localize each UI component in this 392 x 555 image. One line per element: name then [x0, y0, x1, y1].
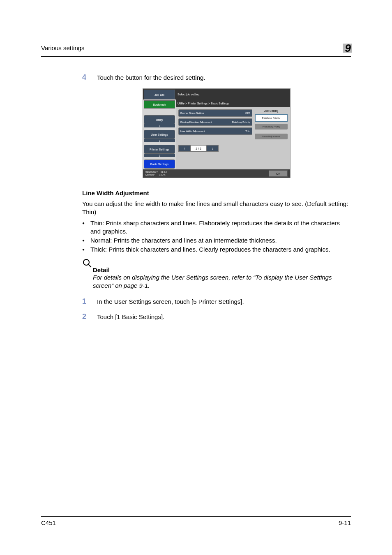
svg-line-1 — [88, 264, 91, 267]
pager: ↑ 2 / 2 ↓ — [176, 143, 290, 154]
sidebar-user-settings[interactable]: User Settings — [144, 130, 175, 139]
step-2-number: 2 — [82, 312, 97, 321]
arrow-down-icon: ↓ — [144, 139, 175, 142]
step-4-number: 4 — [82, 73, 97, 82]
section-heading: Line Width Adjustment — [82, 190, 351, 197]
page-footer: C451 9-11 — [41, 516, 351, 526]
binding-value: Finishing Priority — [232, 121, 250, 123]
line-width-option[interactable]: Line Width Adjustment Thin — [178, 127, 252, 135]
step-2-text: Touch [1 Basic Settings]. — [97, 312, 164, 320]
chapter-number: 9 — [345, 42, 351, 55]
banner-label: Banner Sheet Setting — [180, 112, 204, 114]
breadcrumb: Utility > Printer Settings > Basic Setti… — [176, 99, 290, 107]
footer-model: C451 — [41, 519, 56, 526]
binding-label: Binding Direction Adjustment — [180, 121, 212, 123]
footer-time: 01:52 — [161, 171, 167, 173]
arrow-down-icon: ↓ — [144, 124, 175, 127]
sidebar-basic-settings[interactable]: Basic Settings — [144, 160, 175, 169]
running-header: Various settings 9 — [41, 41, 351, 55]
page: Various settings 9 4 Touch the button fo… — [0, 0, 392, 555]
binding-direction-option[interactable]: Binding Direction Adjustment Finishing P… — [178, 118, 252, 126]
content-area: 4 Touch the button for the desired setti… — [82, 73, 351, 321]
section-intro: You can adjust the line width to make fi… — [82, 200, 351, 217]
finishing-priority-button[interactable]: Finishing Priority — [255, 114, 288, 122]
step-4-row: 4 Touch the button for the desired setti… — [82, 73, 351, 82]
footer-info: 06/20/2007 01:52 Memory 100% — [145, 171, 167, 176]
header-title: Various settings — [41, 44, 85, 51]
sidebar-utility[interactable]: Utility — [144, 115, 175, 124]
bullet-list: Thin: Prints sharp characters and lines.… — [82, 219, 351, 254]
detail-block: Detail For details on displaying the Use… — [82, 258, 351, 290]
line-value: Thin — [245, 130, 250, 132]
productivity-priority-button[interactable]: Productivity Priority — [255, 124, 288, 130]
right-column: Job Setting Finishing Priority Productiv… — [255, 109, 288, 141]
step-1-row: 1 In the User Settings screen, touch [5 … — [82, 297, 351, 306]
footer-date: 06/20/2007 — [145, 171, 158, 173]
step-1-text: In the User Settings screen, touch [5 Pr… — [97, 297, 244, 305]
svg-point-0 — [83, 259, 89, 265]
options-column: Banner Sheet Setting OFF Binding Directi… — [178, 109, 252, 141]
ss-footer: 06/20/2007 01:52 Memory 100% OK — [143, 169, 290, 178]
footer-page-number: 9-11 — [339, 519, 351, 526]
bullet-normal: Normal: Prints the characters and lines … — [82, 236, 351, 245]
ss-body: Bookmark Utility ↓ User Settings ↓ Print… — [143, 99, 290, 169]
page-down-button[interactable]: ↓ — [206, 145, 219, 152]
footer-mem-value: 100% — [159, 173, 165, 176]
control-adjustments-button[interactable]: Control Adjustments — [255, 134, 288, 139]
chapter-box: 9 — [343, 41, 351, 55]
footer-rule — [41, 516, 351, 517]
ss-topbar: Job List Select job setting. — [143, 89, 290, 99]
page-indicator: 2 / 2 — [191, 145, 206, 152]
sidebar-printer-settings[interactable]: Printer Settings — [144, 145, 175, 154]
ss-content-row: Banner Sheet Setting OFF Binding Directi… — [176, 107, 290, 143]
bullet-thin: Thin: Prints sharp characters and lines.… — [82, 219, 351, 236]
footer-row: C451 9-11 — [41, 519, 351, 526]
magnifier-icon — [82, 258, 92, 268]
line-label: Line Width Adjustment — [180, 130, 205, 132]
footer-mem-label: Memory — [145, 173, 154, 176]
job-setting-label: Job Setting — [255, 109, 288, 112]
device-screenshot: Job List Select job setting. Bookmark Ut… — [143, 88, 291, 178]
ss-main: Utility > Printer Settings > Basic Setti… — [176, 99, 290, 169]
banner-value: OFF — [245, 112, 250, 114]
job-list-tab[interactable]: Job List — [144, 90, 175, 99]
banner-sheet-option[interactable]: Banner Sheet Setting OFF — [178, 109, 252, 117]
step-4-text: Touch the button for the desired setting… — [97, 73, 205, 81]
bookmark-tab[interactable]: Bookmark — [144, 100, 175, 109]
detail-title: Detail — [93, 266, 351, 273]
step-1-number: 1 — [82, 297, 97, 306]
header-rule — [41, 56, 351, 57]
arrow-down-icon: ↓ — [144, 154, 175, 157]
top-instruction: Select job setting. — [175, 89, 290, 99]
page-up-button[interactable]: ↑ — [178, 145, 191, 152]
ss-sidebar: Bookmark Utility ↓ User Settings ↓ Print… — [143, 99, 176, 169]
detail-text: For details on displaying the User Setti… — [93, 273, 351, 290]
bullet-thick: Thick: Prints thick characters and lines… — [82, 245, 351, 254]
ok-button[interactable]: OK — [269, 170, 288, 177]
step-2-row: 2 Touch [1 Basic Settings]. — [82, 312, 351, 321]
